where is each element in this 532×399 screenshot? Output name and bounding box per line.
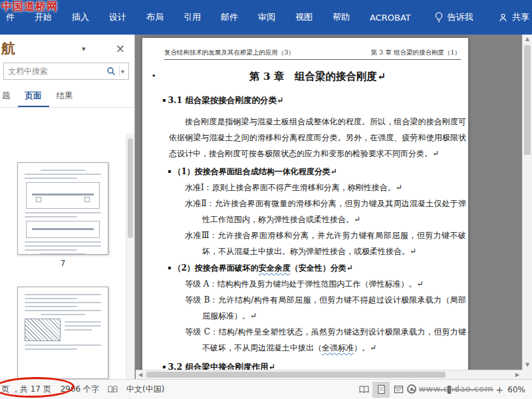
zoom-slider[interactable]	[419, 382, 493, 398]
proofing-book-icon[interactable]	[104, 385, 122, 394]
zoom-level[interactable]: 60%	[505, 385, 532, 394]
status-right-group: − + 60%	[355, 382, 532, 398]
item-grade-a: 等级 A：结构构件及剪力键均处于弹性范围内工作（弹性标准）。↵	[169, 276, 466, 292]
paragraph-intro: 接合刚度是指钢梁与混凝土板组合成整体化的程度。所以，组合梁的接合刚度可依据钢梁与…	[169, 114, 466, 162]
heading-bullet-icon: ▪	[162, 96, 166, 103]
word-window: 件 开始 插入 设计 布局 引用 邮件 审阅 视图 帮助 ACROBAT 告诉我…	[0, 0, 532, 399]
navigation-pane-header: 航 ▾ ×	[0, 35, 134, 59]
nav-close-icon[interactable]: ×	[116, 43, 125, 55]
scroll-left-icon[interactable]: ◀	[136, 370, 145, 379]
thumbnail-page-number: 7	[61, 259, 66, 268]
navigation-tabs: 题 页面 结果	[0, 86, 134, 108]
tab-layout[interactable]: 布局	[136, 1, 174, 34]
search-icon[interactable]	[103, 66, 119, 76]
vertical-scrollbar-thumb[interactable]	[524, 45, 531, 155]
page-indicator[interactable]: 页 ，共 17 页	[0, 384, 56, 395]
tab-home[interactable]: 开始	[25, 1, 62, 34]
document-search-box: ▾	[3, 63, 129, 80]
item-level-2: 水准Ⅱ：允许接合界面有微量的滑移和分离，但剪力键及其周边混凝土仅处于弹性工作范围…	[169, 196, 466, 227]
zoom-in-button[interactable]: +	[493, 384, 505, 395]
page-thumbnail-list: 7	[0, 133, 126, 379]
grammar-wavy-underline: 全强标准	[322, 343, 354, 352]
heading-bullet-icon: ▪	[162, 363, 166, 370]
item-level-3: 水准Ⅲ：允许接合界面滑移和分离，并允许剪力键有局部屈服，但剪力键不破坏，不从混凝…	[169, 227, 466, 259]
print-layout-icon[interactable]	[372, 382, 390, 398]
tab-review[interactable]: 审阅	[248, 1, 285, 34]
document-area: 复合结构技术的发展及其在桥梁上的应用（3） 第 3 章 组合梁的接合刚度（1） …	[136, 35, 532, 379]
tab-design[interactable]: 设计	[99, 1, 136, 34]
scrollbar-corner	[522, 370, 532, 379]
navigation-pane-title: 航	[1, 39, 15, 58]
zoom-out-button[interactable]: −	[407, 384, 419, 395]
heading-bullet-icon: ▪	[168, 168, 171, 174]
item-grade-c: 等级 C：结构/构件呈全塑性状态，虽然剪力键达到设计极限承载力，但剪力键不破坏，…	[169, 324, 466, 356]
page-thumbnail-8[interactable]	[17, 287, 108, 379]
zoom-slider-tick	[456, 387, 457, 392]
nav-tab-pages[interactable]: 页面	[18, 86, 49, 107]
tell-me-label: 告诉我	[448, 11, 473, 23]
tell-me-box[interactable]: 告诉我	[434, 11, 473, 23]
tab-references[interactable]: 引用	[174, 1, 211, 34]
tab-file[interactable]: 件	[0, 1, 25, 34]
tab-help[interactable]: 帮助	[323, 1, 360, 34]
thumbnail-art	[18, 170, 108, 255]
share-button[interactable]: 共享	[498, 11, 529, 23]
web-layout-icon[interactable]	[390, 382, 407, 398]
zoom-slider-thumb[interactable]	[448, 386, 451, 394]
tab-acrobat[interactable]: ACROBAT	[360, 2, 421, 33]
nav-scrollbar-thumb[interactable]	[128, 138, 133, 238]
lightbulb-icon	[434, 12, 444, 23]
search-caret-icon[interactable]: ▾	[120, 68, 128, 75]
heading-list-1: ▪（1）按接合界面组合成结构一体化程度分类↵	[168, 163, 466, 180]
person-icon	[498, 13, 508, 23]
scroll-down-icon[interactable]: ▼	[523, 360, 532, 370]
nav-options-caret-icon[interactable]: ▾	[82, 45, 86, 53]
grammar-wavy-underline: 安全余度	[259, 263, 291, 273]
item-grade-b: 等级 B：允许结构/构件有局部屈服，但剪力键不得超过设计极限承载力（局部屈服标准…	[169, 292, 466, 324]
nav-tab-results[interactable]: 结果	[49, 86, 80, 107]
nav-tab-headings[interactable]: 题	[0, 86, 18, 107]
thumbnail-art	[18, 294, 108, 350]
search-input[interactable]	[4, 66, 103, 76]
page-header: 复合结构技术的发展及其在桥梁上的应用（3） 第 3 章 组合梁的接合刚度（1）	[164, 49, 461, 60]
chapter-title: • 第 3 章 组合梁的接合刚度↵	[169, 70, 466, 84]
heading-3-1: ▪3.1 组合梁按接合刚度的分类↵	[162, 92, 466, 108]
read-mode-icon[interactable]	[355, 382, 372, 398]
horizontal-scrollbar-thumb[interactable]	[146, 372, 446, 378]
vertical-scrollbar[interactable]: ▲ ▼	[522, 35, 532, 370]
ribbon-tab-bar: 件 开始 插入 设计 布局 引用 邮件 审阅 视图 帮助 ACROBAT 告诉我…	[0, 0, 532, 35]
scroll-up-icon[interactable]: ▲	[523, 35, 532, 44]
word-count[interactable]: 2906 个字	[56, 384, 104, 395]
header-right-text: 第 3 章 组合梁的接合刚度（1）	[371, 49, 461, 57]
page-thumbnail-7[interactable]	[17, 162, 108, 255]
navigation-pane: 航 ▾ × ▾ 题 页面 结果	[0, 35, 135, 379]
document-page[interactable]: 复合结构技术的发展及其在桥梁上的应用（3） 第 3 章 组合梁的接合刚度（1） …	[142, 38, 468, 379]
title-bullet: •	[152, 72, 156, 79]
heading-bullet-icon: ▪	[168, 264, 171, 271]
scroll-right-icon[interactable]: ▶	[513, 370, 522, 379]
header-left-text: 复合结构技术的发展及其在桥梁上的应用（3）	[164, 49, 295, 57]
status-bar: 页 ，共 17 页 2906 个字 中文(中国) − + 60%	[0, 379, 532, 399]
tab-insert[interactable]: 插入	[62, 1, 99, 34]
tab-mailings[interactable]: 邮件	[211, 1, 248, 34]
horizontal-scrollbar[interactable]: ◀ ▶	[136, 370, 522, 379]
nav-scrollbar[interactable]	[126, 133, 134, 379]
language-indicator[interactable]: 中文(中国)	[122, 384, 169, 395]
tab-view[interactable]: 视图	[285, 1, 323, 34]
heading-list-2: ▪（2）按接合界面破坏的安全余度（安全性）分类↵	[168, 259, 466, 276]
share-label: 共享	[512, 11, 529, 23]
item-level-1: 水准Ⅰ：原则上接合界面不得产生滑移和分离，称刚性接合。↵	[169, 180, 466, 196]
